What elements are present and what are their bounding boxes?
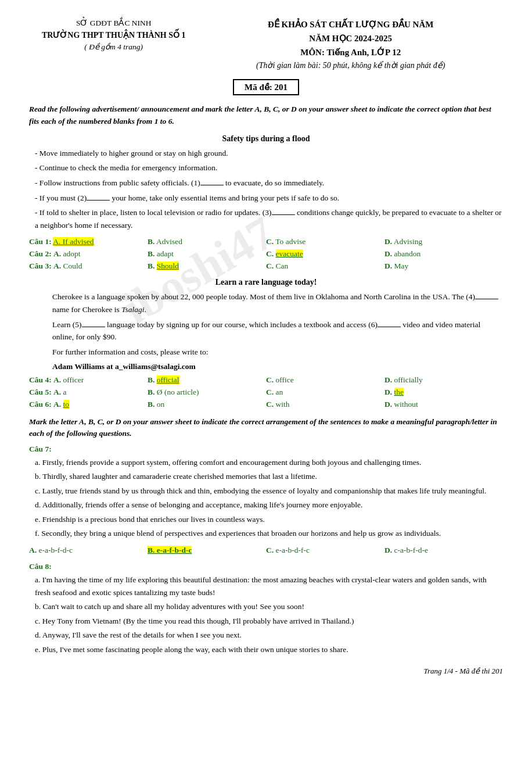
exam-time: (Thời gian làm bài: 50 phút, không kể th…: [198, 59, 503, 72]
q1-option-C: C. To advise: [266, 237, 384, 246]
q7-sentence-b: b. Thirdly, shared laughter and camarade…: [35, 470, 503, 483]
learn-ad-passage: Cherokee is a language spoken by about 2…: [29, 291, 503, 373]
q4-label: Câu 4: A. officer: [29, 375, 148, 385]
q7-answer-B: B. e-a-f-b-d-c: [148, 546, 266, 555]
instruction-1: Read the following advertisement/ announ…: [29, 103, 503, 127]
q8-sentence-e: e. Plus, I've met some fascinating peopl…: [35, 643, 503, 656]
q1-option-B: B. Advised: [148, 237, 266, 246]
q5-label: Câu 5: A. a: [29, 388, 148, 397]
q3-answer-B: B. Should: [148, 262, 266, 271]
q6-option-D: D. without: [384, 400, 503, 409]
q2-option-B: B. adapt: [148, 249, 266, 259]
learn-contact: Adam Williams at a_williams@tsalagi.com: [52, 360, 503, 373]
q2-label: Câu 2: A. adopt: [29, 249, 148, 259]
header-left: SỞ GDĐT BẮC NINH TRƯỜNG THPT THUẬN THÀNH…: [29, 17, 198, 53]
safety-line-5: - If told to shelter in place, listen to…: [35, 206, 503, 231]
q8-label: Câu 8:: [29, 562, 503, 571]
blank-5: [82, 327, 105, 327]
q3-option-C: C. Can: [266, 262, 384, 271]
q8-sentence-a: a. I'm having the time of my life explor…: [35, 574, 503, 599]
safety-line-4: - If you must (2) your home, take only e…: [35, 192, 503, 205]
q7-option-C: C. e-a-b-d-f-c: [266, 546, 384, 555]
q7-sentence-e: e. Friendship is a precious bond that en…: [35, 513, 503, 526]
q6-label: Câu 6: A. to: [29, 400, 148, 409]
safety-tips-title: Safety tips during a flood: [29, 134, 503, 144]
safety-tips-passage: - Move immediately to higher ground or s…: [29, 147, 503, 232]
header: SỞ GDĐT BẮC NINH TRƯỜNG THPT THUẬN THÀNH…: [29, 17, 503, 72]
q5-option-B: B. Ø (no article): [148, 388, 266, 397]
q4-option-C: C. office: [266, 375, 384, 385]
question-2-row: Câu 2: A. adopt B. adapt C. evacuate D. …: [29, 249, 503, 259]
dept-name: SỞ GDĐT BẮC NINH: [29, 17, 198, 29]
q7-sentence-a: a. Firstly, friends provide a support sy…: [35, 456, 503, 469]
question-4-row: Câu 4: A. officer B. official C. office …: [29, 375, 503, 385]
blank-6: [378, 327, 401, 327]
q8-passage: a. I'm having the time of my life explor…: [29, 574, 503, 656]
blank-4: [475, 299, 498, 299]
q5-answer-D: D. the: [384, 388, 503, 397]
q8-sentence-d: d. Anyway, I'll save the rest of the det…: [35, 629, 503, 642]
exam-title-line1: ĐỀ KHẢO SÁT CHẤT LƯỢNG ĐẦU NĂM: [198, 17, 503, 31]
q7-sentence-c: c. Lastly, true friends stand by us thro…: [35, 485, 503, 497]
instruction-2: Mark the letter A, B, C, or D on your an…: [29, 416, 503, 440]
q7-option-A: A. e-a-b-f-d-c: [29, 546, 148, 555]
q8-sentence-b: b. Can't wait to catch up and share all …: [35, 600, 503, 613]
learn-ad-title: Learn a rare language today!: [29, 278, 503, 287]
footer: Trang 1/4 - Mã đề thi 201: [29, 667, 503, 676]
q1-label: Câu 1: A. If advised: [29, 237, 148, 246]
q7-option-D: D. c-a-b-f-d-e: [384, 546, 503, 555]
q2-answer-C: C. evacuate: [266, 249, 384, 259]
exam-subject: MÔN: Tiếng Anh, LỚP 12: [198, 45, 503, 59]
exam-title-line2: NĂM HỌC 2024-2025: [198, 31, 503, 45]
q6-option-C: C. with: [266, 400, 384, 409]
header-right: ĐỀ KHẢO SÁT CHẤT LƯỢNG ĐẦU NĂM NĂM HỌC 2…: [198, 17, 503, 72]
question-3-row: Câu 3: A. Could B. Should C. Can D. May: [29, 262, 503, 271]
q8-sentence-c: c. Hey Tony from Vietnam! (By the time y…: [35, 615, 503, 628]
q5-option-C: C. an: [266, 388, 384, 397]
blank-2: [87, 200, 110, 200]
q1-option-D: D. Advising: [384, 237, 503, 246]
safety-line-1: - Move immediately to higher ground or s…: [35, 147, 503, 160]
question-5-row: Câu 5: A. a B. Ø (no article) C. an D. t…: [29, 388, 503, 397]
learn-line-2: Learn (5) language today by signing up f…: [52, 318, 503, 343]
q4-answer-B: B. official: [148, 375, 266, 385]
page-count: ( Đề gồm 4 trang): [29, 41, 198, 53]
q6-option-B: B. on: [148, 400, 266, 409]
ma-de-section: Mã đề: 201: [29, 79, 503, 95]
q7-sentence-d: d. Additionally, friends offer a sense o…: [35, 499, 503, 511]
school-name: TRƯỜNG THPT THUẬN THÀNH SỐ 1: [29, 29, 198, 41]
safety-line-3: - Follow instructions from public safety…: [35, 177, 503, 189]
learn-line-1: Cherokee is a language spoken by about 2…: [52, 291, 503, 316]
q3-label: Câu 3: A. Could: [29, 262, 148, 271]
blank-3: [272, 214, 295, 215]
q1-answer-A: A. If advised: [53, 237, 94, 246]
q7-answers: A. e-a-b-f-d-c B. e-a-f-b-d-c C. e-a-b-d…: [29, 546, 503, 555]
q7-sentence-f: f. Secondly, they bring a unique blend o…: [35, 527, 503, 540]
blank-1: [200, 185, 224, 185]
learn-line-3: For further information and costs, pleas…: [52, 346, 503, 359]
q4-option-D: D. officially: [384, 375, 503, 385]
q3-option-D: D. May: [384, 262, 503, 271]
q7-label: Câu 7:: [29, 445, 503, 454]
safety-line-2: - Continue to check the media for emerge…: [35, 162, 503, 174]
q2-option-D: D. abandon: [384, 249, 503, 259]
question-6-row: Câu 6: A. to B. on C. with D. without: [29, 400, 503, 409]
q7-passage: a. Firstly, friends provide a support sy…: [29, 456, 503, 540]
question-1-row: Câu 1: A. If advised B. Advised C. To ad…: [29, 237, 503, 246]
ma-de-box: Mã đề: 201: [233, 79, 299, 95]
